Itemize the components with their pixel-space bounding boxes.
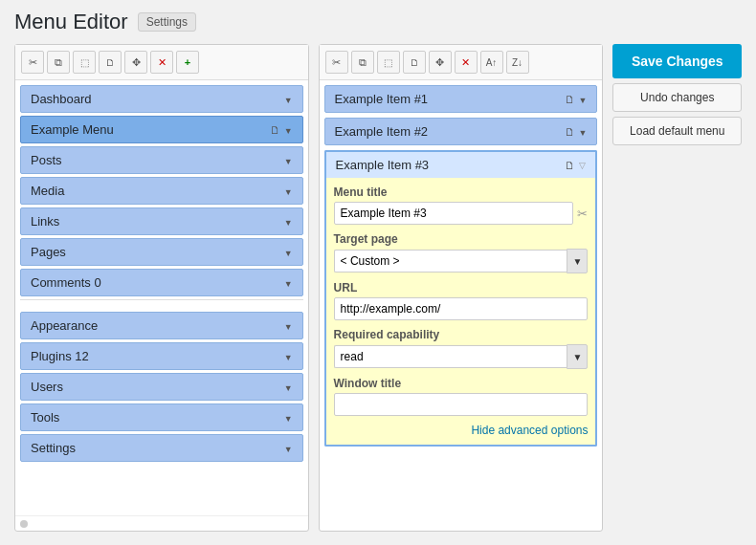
required-capability-label: Required capability [334,328,589,341]
chevron-down-icon [579,94,588,105]
required-capability-group: Required capability ▼ [334,328,589,369]
hide-advanced-link[interactable]: Hide advanced options [334,424,589,437]
sort-az-button[interactable]: A↑ [480,51,503,74]
chevron-down-icon [284,351,293,362]
left-panel: ⧉ ⬚ 🗋 ✥ ✕ + Dashboard Example Menu 🗋 [14,44,309,532]
delete-icon: ✕ [461,56,470,69]
delete-button[interactable]: ✕ [150,51,173,74]
list-item[interactable]: Media [20,177,303,205]
expanded-item-form: Menu title ✂ Target page < Custom > Hom [324,178,598,447]
chevron-down-icon [284,382,293,393]
right-move-button[interactable]: ✥ [429,51,452,74]
right-page-button[interactable]: 🗋 [403,51,426,74]
scissors-sm-icon: ✂ [577,207,588,221]
url-input[interactable] [334,297,589,320]
delete-icon: ✕ [158,56,167,69]
load-default-menu-button[interactable]: Load default menu [612,117,742,145]
window-title-input[interactable] [334,393,589,416]
right-delete-button[interactable]: ✕ [455,51,478,74]
url-label: URL [334,281,589,294]
list-item[interactable]: Pages [20,238,303,266]
right-toolbar: ✂ ⧉ ⬚ 🗋 ✥ ✕ A↑ Z↓ [320,45,603,80]
menu-title-group: Menu title ✂ [334,185,589,225]
move-button[interactable]: ✥ [124,51,147,74]
save-changes-button[interactable]: Save Changes [612,44,742,78]
scissors-button[interactable] [21,51,44,74]
target-page-label: Target page [334,232,589,246]
list-item[interactable]: Example Menu 🗋 [20,116,303,143]
chevron-down-icon [284,94,293,105]
right-menu-list: Example Item #1 🗋 Example Item #2 🗋 [320,80,603,531]
window-title-group: Window title [334,377,589,416]
actions-panel: Save Changes Undo changes Load default m… [612,44,742,532]
list-item[interactable]: Plugins 12 [20,342,303,370]
chevron-down-icon [284,247,293,258]
chevron-down-icon [284,443,293,454]
bottom-scroll-indicator [15,515,308,531]
list-item[interactable]: Comments 0 [20,269,303,296]
list-item[interactable]: Tools [20,403,303,431]
page-icon: 🗋 [410,57,419,68]
select-arrow-button[interactable]: ▼ [567,249,588,273]
chevron-down-icon [284,216,293,228]
divider [20,299,303,305]
copy-icon: ⧉ [55,56,62,69]
menu-title-input[interactable] [334,202,574,225]
right-list-item-1[interactable]: Example Item #1 🗋 [324,85,598,113]
menu-title-label: Menu title [334,185,589,199]
right-list-item-3-expanded[interactable]: Example Item #3 🗋 ▽ [324,150,598,178]
page-icon: 🗋 [565,126,575,138]
page-icon: 🗋 [565,94,575,105]
right-list-item-2[interactable]: Example Item #2 🗋 [324,118,598,145]
paste-icon: ⬚ [384,57,392,68]
window-title-label: Window title [334,377,589,390]
chevron-down-icon [284,320,293,332]
undo-changes-button[interactable]: Undo changes [612,83,742,112]
url-group: URL [334,281,589,320]
list-item[interactable]: Users [20,373,303,401]
scissors-icon: ✂ [332,56,341,69]
list-item[interactable]: Settings [20,434,303,462]
sort-za-icon: Z↓ [512,57,523,68]
page-title: Menu Editor [14,10,128,34]
copy-icon: ⧉ [359,56,367,69]
right-copy-button[interactable]: ⧉ [351,51,374,74]
list-item[interactable]: Links [20,207,303,235]
settings-button[interactable]: Settings [138,12,196,32]
paste-icon: ⬚ [80,57,89,68]
page-icon: 🗋 [105,57,115,68]
right-panel: ✂ ⧉ ⬚ 🗋 ✥ ✕ A↑ Z↓ Example Item #1 🗋 [319,44,604,532]
chevron-down-icon [284,277,293,289]
target-page-group: Target page < Custom > Home About Contac… [334,232,589,273]
sort-za-button[interactable]: Z↓ [506,51,529,74]
right-paste-button[interactable]: ⬚ [377,51,400,74]
page-icon: 🗋 [270,124,280,136]
page-button[interactable]: 🗋 [99,51,122,74]
sort-az-icon: A↑ [486,57,498,68]
list-item[interactable]: Posts [20,146,303,174]
target-page-select[interactable]: < Custom > Home About Contact [334,250,567,272]
chevron-down-icon [579,126,588,138]
chevron-down-icon [284,124,293,136]
paste-button[interactable]: ⬚ [73,51,96,74]
right-scissors-button[interactable]: ✂ [325,51,348,74]
scissors-icon [29,56,37,69]
add-button[interactable]: + [176,51,199,74]
copy-button[interactable]: ⧉ [47,51,70,74]
list-item[interactable]: Appearance [20,312,303,339]
chevron-down-gray-icon: ▽ [579,161,586,170]
left-toolbar: ⧉ ⬚ 🗋 ✥ ✕ + [15,45,308,80]
capability-arrow-button[interactable]: ▼ [567,344,588,369]
move-icon: ✥ [435,56,444,69]
add-icon: + [185,56,190,68]
chevron-down-icon [284,185,293,197]
left-menu-list: Dashboard Example Menu 🗋 Posts Media [15,80,308,515]
page-icon: 🗋 [565,160,575,171]
move-icon: ✥ [132,56,141,69]
chevron-down-icon [284,155,293,166]
chevron-down-icon [284,412,293,424]
required-capability-input[interactable] [334,345,567,368]
list-item[interactable]: Dashboard [20,85,303,113]
